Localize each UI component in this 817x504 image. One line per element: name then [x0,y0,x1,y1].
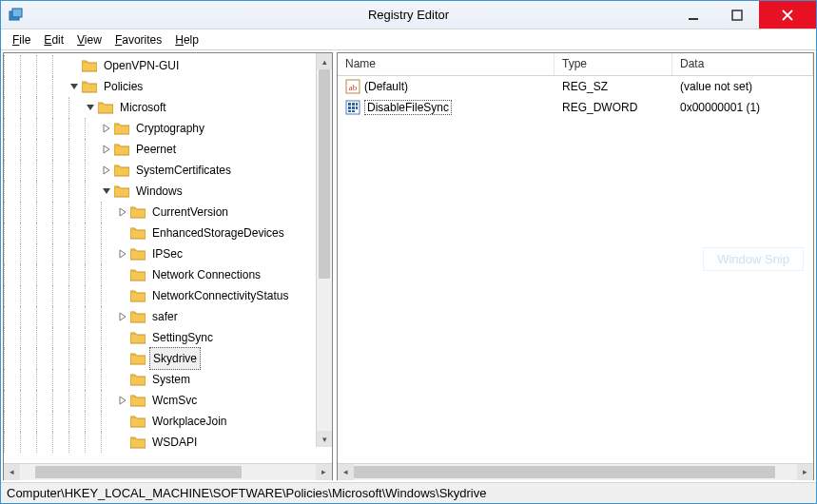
svg-rect-3 [732,10,742,20]
tree-item-label: SettingSync [149,327,216,348]
tree-item[interactable]: EnhancedStorageDevices [4,223,332,243]
values-horizontal-scrollbar[interactable]: ◂ ▸ [338,463,813,479]
tree-vertical-scrollbar[interactable]: ▴ ▾ [316,53,332,447]
tree-item[interactable]: Microsoft [4,97,332,118]
menubar: File Edit View Favorites Help [1,29,816,50]
statusbar: Computer\HKEY_LOCAL_MACHINE\SOFTWARE\Pol… [1,482,816,503]
column-header-data[interactable]: Data [672,53,813,75]
tree-item[interactable]: Skydrive [4,348,332,369]
svg-rect-8 [352,103,355,106]
status-path: Computer\HKEY_LOCAL_MACHINE\SOFTWARE\Pol… [7,486,486,500]
scroll-down-icon[interactable]: ▾ [317,431,332,447]
expander-icon[interactable] [101,165,112,176]
value-name: DisableFileSync [364,100,452,115]
svg-rect-7 [348,103,351,106]
expander-icon[interactable] [117,248,128,260]
tree-item-label: EnhancedStorageDevices [149,223,287,243]
tree-item-label: Peernet [133,139,179,160]
tree-item[interactable]: WSDAPI [4,432,332,453]
svg-rect-12 [356,107,358,109]
tree-pane: OpenVPN-GUIPoliciesMicrosoftCryptography… [3,52,333,480]
tree-item-label: Windows [133,181,185,202]
svg-rect-2 [689,18,698,20]
expander-icon[interactable] [101,123,112,134]
tree-item[interactable]: WcmSvc [4,390,332,411]
expander-icon[interactable] [117,311,128,322]
window-controls [671,1,816,29]
svg-rect-9 [356,103,358,106]
tree-item-label: WSDAPI [149,432,200,453]
svg-text:ab: ab [349,83,358,92]
expander-icon[interactable] [85,102,96,113]
tree-item-label: System [149,369,193,390]
tree-item-label: CurrentVersion [149,202,231,223]
scroll-right-icon[interactable]: ▸ [316,464,332,480]
value-data: (value not set) [672,80,813,93]
tree-body[interactable]: OpenVPN-GUIPoliciesMicrosoftCryptography… [4,53,332,463]
tree-item[interactable]: Peernet [4,139,332,160]
tree-item[interactable]: IPSec [4,243,332,264]
tree-item[interactable]: safer [4,306,332,327]
tree-item[interactable]: OpenVPN-GUI [4,55,332,76]
values-body[interactable]: ab(Default)REG_SZ(value not set)DisableF… [338,76,813,463]
scroll-up-icon[interactable]: ▴ [317,53,332,69]
menu-edit[interactable]: Edit [38,31,69,48]
expander-icon[interactable] [117,206,128,218]
tree-item[interactable]: Policies [4,76,332,97]
expander-icon[interactable] [117,395,128,406]
tree-item-label: Skydrive [149,347,201,370]
expander-icon[interactable] [68,81,80,92]
main-area: OpenVPN-GUIPoliciesMicrosoftCryptography… [1,50,816,482]
tree-item[interactable]: Network Connections [4,264,332,285]
tree-item-label: WorkplaceJoin [149,411,229,432]
tree-item[interactable]: WorkplaceJoin [4,411,332,432]
tree-item-label: WcmSvc [149,390,200,411]
value-row[interactable]: DisableFileSyncREG_DWORD0x00000001 (1) [338,97,813,118]
tree-horizontal-scrollbar[interactable]: ◂ ▸ [4,463,332,479]
tree-item-label: Microsoft [117,97,169,118]
watermark: Window Snip [703,247,804,271]
value-type: REG_SZ [554,80,672,93]
values-pane: Name Type Data ab(Default)REG_SZ(value n… [337,52,814,480]
expander-icon[interactable] [101,144,112,155]
menu-favorites[interactable]: Favorites [109,31,167,48]
value-row[interactable]: ab(Default)REG_SZ(value not set) [338,76,813,97]
value-data: 0x00000001 (1) [672,101,813,114]
tree-item[interactable]: Cryptography [4,118,332,139]
scroll-right-icon[interactable]: ▸ [797,464,813,480]
maximize-button[interactable] [715,1,759,29]
tree-item[interactable]: SettingSync [4,327,332,348]
column-header-name[interactable]: Name [338,53,554,75]
value-name: (Default) [364,80,408,93]
svg-rect-11 [352,107,355,109]
value-type: REG_DWORD [554,101,672,114]
tree-item[interactable]: SystemCertificates [4,160,332,181]
tree-item-label: Cryptography [133,118,207,139]
tree-item[interactable]: NetworkConnectivityStatus [4,285,332,306]
scroll-left-icon[interactable]: ◂ [338,464,354,480]
column-header-type[interactable]: Type [554,53,672,75]
tree-item-label: SystemCertificates [133,160,234,181]
menu-help[interactable]: Help [169,31,204,48]
expander-icon[interactable] [101,185,112,197]
svg-rect-10 [348,107,351,109]
tree-item-label: Network Connections [149,264,263,285]
tree-item-label: Policies [101,76,146,97]
tree-item-label: IPSec [149,243,185,264]
svg-rect-13 [348,110,351,112]
close-button[interactable] [759,1,816,29]
tree-item-label: NetworkConnectivityStatus [149,285,291,306]
tree-item[interactable]: System [4,369,332,390]
app-icon [9,8,24,23]
svg-rect-14 [352,110,355,112]
menu-view[interactable]: View [71,31,107,48]
tree-item[interactable]: CurrentVersion [4,202,332,223]
menu-file[interactable]: File [7,31,36,48]
scroll-left-icon[interactable]: ◂ [4,464,20,480]
tree-item-label: OpenVPN-GUI [101,55,182,76]
values-header: Name Type Data [338,53,813,76]
tree-item[interactable]: Windows [4,181,332,202]
minimize-button[interactable] [671,1,715,29]
tree-item-label: safer [149,306,181,327]
svg-rect-1 [12,9,22,17]
